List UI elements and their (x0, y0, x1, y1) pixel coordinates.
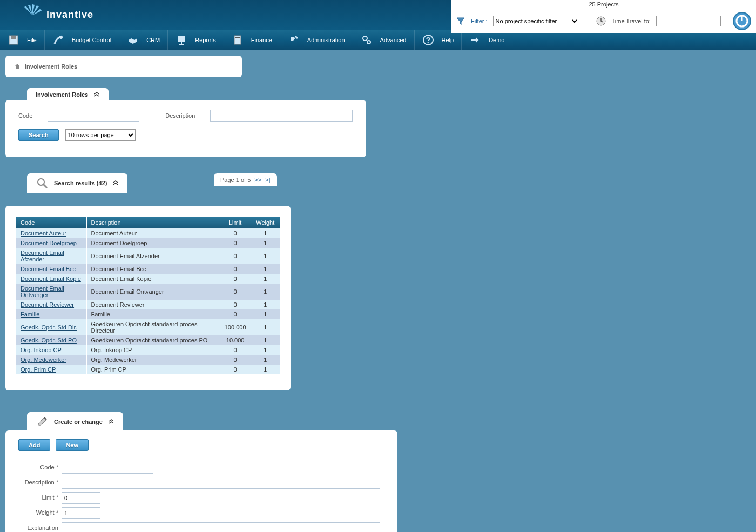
create-code-input[interactable] (62, 462, 153, 474)
col-weight[interactable]: Weight (251, 217, 280, 228)
code-link[interactable]: Document Email Ontvanger (21, 285, 64, 298)
table-row: Org. MedewerkerOrg. Medewerker01 (16, 355, 280, 365)
table-row: Org. Prim CPOrg. Prim CP01 (16, 365, 280, 374)
svg-point-12 (363, 36, 367, 41)
menu-reports[interactable]: Reports (168, 30, 224, 50)
cell-limit: 0 (220, 248, 251, 264)
menu-file[interactable]: File (0, 30, 45, 50)
budget-icon (52, 34, 64, 46)
create-weight-input[interactable] (62, 507, 100, 519)
code-link[interactable]: Document Email Kopie (21, 275, 81, 282)
svg-text:?: ? (426, 36, 430, 44)
col-code[interactable]: Code (16, 217, 86, 228)
create-explanation-label: Explanation (18, 522, 62, 531)
cell-weight: 1 (251, 300, 280, 309)
filter-icon (456, 16, 465, 26)
add-button[interactable]: Add (18, 439, 50, 451)
calculator-icon (232, 34, 244, 46)
cell-limit: 0 (220, 238, 251, 248)
create-desc-input[interactable] (62, 477, 380, 489)
menu-admin[interactable]: Administration (280, 30, 353, 50)
cell-weight: 1 (251, 365, 280, 374)
search-icon (36, 177, 49, 190)
search-panel-tab[interactable]: Involvement Roles (27, 88, 109, 101)
col-limit[interactable]: Limit (220, 217, 251, 228)
code-link[interactable]: Org. Prim CP (21, 366, 56, 373)
clock-icon (596, 16, 606, 26)
logo-text: invantive (46, 9, 93, 21)
filter-link[interactable]: Filter : (471, 18, 488, 24)
code-link[interactable]: Org. Inkoop CP (21, 347, 62, 353)
menu-advanced[interactable]: Advanced (353, 30, 415, 50)
menu-budget[interactable]: Budget Control (45, 30, 119, 50)
timetravel-input[interactable] (656, 16, 721, 26)
svg-line-17 (44, 185, 47, 188)
table-row: Org. Inkoop CPOrg. Inkoop CP01 (16, 345, 280, 355)
cell-weight: 1 (251, 284, 280, 300)
cell-desc: Org. Prim CP (86, 365, 220, 374)
handshake-icon (127, 34, 139, 46)
cell-desc: Goedkeuren Opdracht standaard proces PO (86, 335, 220, 345)
results-panel-tab[interactable]: Search results (42) (27, 173, 127, 193)
logo: invantive (22, 4, 93, 26)
gears-icon (361, 34, 373, 46)
create-weight-label: Weight * (18, 507, 62, 516)
cell-weight: 1 (251, 319, 280, 335)
help-icon: ? (422, 34, 434, 46)
svg-rect-7 (178, 36, 185, 42)
create-code-label: Code * (18, 462, 62, 470)
create-panel-title: Create or change (54, 419, 103, 425)
results-panel: Code Description Limit Weight Document A… (5, 206, 291, 390)
breadcrumb: Involvement Roles (5, 56, 242, 77)
code-link[interactable]: Document Reviewer (21, 301, 74, 308)
svg-rect-5 (11, 36, 16, 39)
topbar: 25 Projects Filter : No project specific… (451, 0, 756, 33)
new-button[interactable]: New (56, 439, 89, 451)
rows-per-page-select[interactable]: 10 rows per page (65, 129, 136, 141)
svg-point-13 (367, 41, 370, 44)
svg-rect-11 (235, 37, 240, 38)
table-row: FamilieFamilie01 (16, 309, 280, 319)
results-title: Search results (42) (54, 180, 107, 186)
menu-crm[interactable]: CRM (119, 30, 168, 50)
description-input[interactable] (210, 110, 353, 122)
create-panel-tab[interactable]: Create or change (27, 412, 123, 432)
code-link[interactable]: Document Doelgroep (21, 240, 77, 246)
create-desc-label: Description * (18, 477, 62, 486)
table-row: Goedk. Opdr. Std POGoedkeuren Opdracht s… (16, 335, 280, 345)
code-link[interactable]: Document Auteur (21, 230, 66, 237)
cell-limit: 100.000 (220, 319, 251, 335)
power-button[interactable] (732, 11, 752, 31)
code-link[interactable]: Document Email Bcc (21, 266, 76, 272)
cell-limit: 0 (220, 345, 251, 355)
cell-desc: Familie (86, 309, 220, 319)
cell-desc: Org. Medewerker (86, 355, 220, 365)
code-label: Code (18, 112, 32, 119)
cell-limit: 0 (220, 284, 251, 300)
search-button[interactable]: Search (18, 129, 59, 141)
cell-desc: Document Doelgroep (86, 238, 220, 248)
pager-info: Page 1 of 5 (220, 177, 251, 183)
col-description[interactable]: Description (86, 217, 220, 228)
pager: Page 1 of 5 >> >| (214, 173, 277, 186)
create-limit-input[interactable] (62, 492, 100, 504)
table-row: Document AuteurDocument Auteur01 (16, 228, 280, 238)
collapse-icon (108, 419, 114, 425)
table-row: Document DoelgroepDocument Doelgroep01 (16, 238, 280, 248)
cell-limit: 0 (220, 355, 251, 365)
pager-last[interactable]: >| (265, 177, 270, 183)
code-link[interactable]: Goedk. Opdr. Std PO (21, 337, 77, 344)
wrench-icon (288, 34, 300, 46)
create-explanation-input[interactable] (62, 522, 380, 532)
cell-desc: Document Email Kopie (86, 274, 220, 284)
code-input[interactable] (48, 110, 139, 122)
code-link[interactable]: Goedk. Opdr. Std Dir. (21, 324, 77, 331)
app-header: invantive 25 Projects Filter : No projec… (0, 0, 756, 30)
code-link[interactable]: Familie (21, 311, 39, 318)
code-link[interactable]: Document Email Afzender (21, 250, 64, 262)
collapse-icon (93, 92, 100, 97)
pager-next[interactable]: >> (254, 177, 261, 183)
menu-finance[interactable]: Finance (224, 30, 280, 50)
code-link[interactable]: Org. Medewerker (21, 356, 66, 363)
filter-select[interactable]: No project specific filter (493, 16, 579, 26)
